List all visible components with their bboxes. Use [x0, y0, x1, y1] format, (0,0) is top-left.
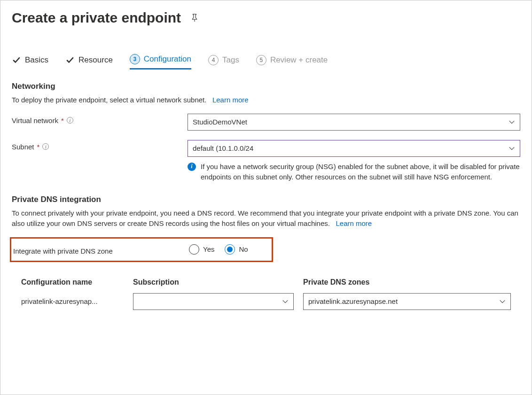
subnet-label: Subnet * i — [12, 140, 188, 151]
pin-icon[interactable] — [189, 13, 200, 23]
vnet-selected-value: StudioDemoVNet — [193, 118, 247, 126]
chevron-down-icon — [509, 145, 515, 152]
tab-tags[interactable]: 4 Tags — [208, 55, 239, 69]
integrate-no-radio[interactable]: No — [225, 244, 248, 255]
integrate-dns-label-text: Integrate with private DNS zone — [13, 247, 113, 255]
info-icon: i — [188, 163, 196, 171]
header-subscription: Subscription — [133, 278, 303, 287]
chevron-down-icon — [509, 119, 515, 125]
tab-label: Resource — [78, 55, 113, 65]
info-icon[interactable]: i — [42, 143, 49, 150]
header-config-name: Configuration name — [21, 278, 133, 287]
tab-resource[interactable]: Resource — [65, 55, 113, 69]
tab-review-create[interactable]: 5 Review + create — [256, 55, 328, 69]
subscription-select[interactable] — [133, 293, 294, 310]
vnet-label-text: Virtual network — [12, 116, 58, 124]
networking-learn-more-link[interactable]: Learn more — [212, 96, 249, 104]
nsg-info-message: i If you have a network security group (… — [188, 162, 520, 182]
integrate-yes-radio[interactable]: Yes — [189, 244, 214, 255]
dns-zone-select[interactable]: privatelink.azuresynapse.net — [303, 293, 511, 310]
page-title: Create a private endpoint — [12, 10, 181, 26]
check-icon — [65, 55, 75, 65]
info-icon[interactable]: i — [67, 117, 73, 124]
highlight-box: Integrate with private DNS zone Yes No — [10, 237, 273, 262]
radio-circle — [225, 244, 235, 255]
tabs-bar: Basics Resource 3 Configuration 4 Tags 5… — [12, 54, 520, 70]
dns-desc-text: To connect privately with your private e… — [12, 209, 518, 227]
networking-desc-text: To deploy the private endpoint, select a… — [12, 96, 206, 104]
dns-heading: Private DNS integration — [12, 195, 520, 204]
dns-description: To connect privately with your private e… — [12, 208, 520, 229]
required-indicator: * — [37, 143, 40, 151]
nsg-info-text: If you have a network security group (NS… — [201, 162, 520, 182]
required-indicator: * — [61, 116, 64, 124]
chevron-down-icon — [499, 298, 506, 305]
integrate-dns-radio-group: Yes No — [189, 244, 269, 255]
radio-label: Yes — [203, 245, 214, 253]
tab-configuration[interactable]: 3 Configuration — [130, 54, 191, 70]
dns-config-table: Configuration name Subscription Private … — [12, 273, 520, 312]
tab-label: Basics — [25, 55, 48, 65]
subnet-select[interactable]: default (10.1.0.0/24 — [188, 140, 520, 157]
step-number: 3 — [130, 54, 140, 64]
vnet-label: Virtual network * i — [12, 114, 188, 124]
integrate-dns-label: Integrate with private DNS zone — [11, 244, 189, 255]
header-dns-zones: Private DNS zones — [303, 278, 511, 287]
tab-label: Configuration — [144, 54, 191, 64]
step-number: 4 — [208, 55, 219, 65]
subnet-selected-value: default (10.1.0.0/24 — [193, 144, 253, 152]
table-header-row: Configuration name Subscription Private … — [21, 273, 511, 291]
cell-config-name: privatelink-azuresynap... — [21, 297, 133, 305]
tab-label: Tags — [222, 55, 239, 65]
chevron-down-icon — [282, 298, 289, 305]
tab-basics[interactable]: Basics — [12, 55, 48, 69]
step-number: 5 — [256, 55, 266, 65]
networking-heading: Networking — [12, 82, 520, 91]
radio-circle — [189, 244, 199, 255]
subnet-label-text: Subnet — [12, 143, 34, 151]
radio-label: No — [239, 245, 248, 253]
dns-learn-more-link[interactable]: Learn more — [336, 219, 372, 227]
networking-description: To deploy the private endpoint, select a… — [12, 95, 520, 105]
dns-zone-selected-value: privatelink.azuresynapse.net — [308, 297, 398, 305]
table-row: privatelink-azuresynap... privatelink.az… — [21, 291, 511, 312]
vnet-select[interactable]: StudioDemoVNet — [188, 114, 520, 131]
tab-label: Review + create — [270, 55, 328, 65]
check-icon — [12, 55, 21, 65]
